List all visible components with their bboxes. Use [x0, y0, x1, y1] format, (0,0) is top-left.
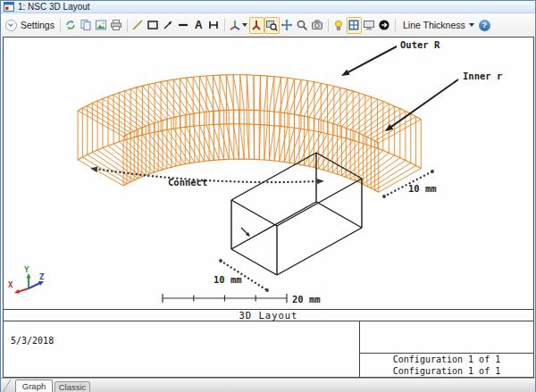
help-button[interactable]: ? [479, 20, 490, 31]
draw-arrow-button[interactable] [161, 17, 176, 34]
toolbar: Settings A Line Thickness ? [1, 13, 535, 37]
save-image-icon [95, 19, 107, 31]
label-inner-r: Inner r [463, 71, 502, 81]
bottom-tab-bar: Graph Classic [1, 378, 535, 392]
screenshot-button[interactable] [310, 17, 325, 34]
nsc-3d-layout-window: 1: NSC 3D Layout Settings A [0, 0, 536, 392]
zoom-window-icon [265, 19, 278, 31]
save-image-button[interactable] [94, 17, 109, 34]
settings-label: Settings [21, 20, 54, 30]
lightbulb-button[interactable] [331, 17, 347, 34]
zoom-window-toggle[interactable] [264, 17, 280, 34]
label-scale-20mm: 20 mm [292, 294, 321, 304]
line-thickness-dropdown[interactable]: Line Thickness [398, 20, 479, 30]
toolbar-separator [328, 19, 329, 32]
settings-button[interactable]: Settings [3, 20, 57, 31]
axis-y-label: Y [24, 265, 29, 274]
text-tool-button[interactable]: A [191, 17, 206, 34]
config-line-2: Configuration 1 of 1 [360, 365, 533, 377]
config-spacer [360, 321, 533, 354]
refresh-button[interactable] [63, 17, 79, 34]
label-10mm-bottom: 10 mm [214, 274, 242, 285]
axis-z-label: Z [39, 272, 45, 281]
window-title-bar[interactable]: 1: NSC 3D Layout [1, 1, 535, 13]
label-outer-r: Outer R [400, 39, 440, 50]
box-wireframe [231, 153, 362, 275]
plot-date: 5/3/2018 [11, 336, 54, 346]
axis-x-label: X [8, 280, 13, 289]
orientation-indicator-toggle[interactable] [249, 17, 264, 34]
plot-footer: 5/3/2018 Configuration 1 of 1 Configurat… [4, 321, 533, 377]
text-tool-icon: A [195, 20, 203, 30]
dimension-tool-button[interactable] [206, 17, 222, 34]
tab-graph[interactable]: Graph [15, 379, 53, 392]
dropdown-arrow-icon [469, 23, 474, 27]
toolbar-separator [224, 19, 225, 32]
line-tool-icon [131, 19, 144, 31]
pan-icon [281, 19, 293, 31]
config-line-1: Configuration 1 of 1 [360, 354, 533, 365]
label-connect: Connect [168, 177, 207, 188]
plot-title-bar: 3D Layout [4, 309, 533, 321]
reset-view-icon [378, 19, 390, 31]
copy-icon [80, 19, 92, 31]
fullscreen-button[interactable] [362, 17, 377, 34]
tab-classic[interactable]: Classic [54, 381, 90, 392]
lightbulb-icon [332, 19, 345, 31]
dash-tool-icon [177, 19, 189, 31]
toolbar-separator [127, 19, 128, 32]
view-axes-dropdown-button[interactable] [228, 17, 249, 34]
zoom-button[interactable] [295, 17, 310, 34]
toolbar-separator [60, 19, 61, 32]
monitor-icon [363, 19, 375, 31]
config-panel: Configuration 1 of 1 Configuration 1 of … [359, 321, 533, 377]
chevron-down-icon [5, 20, 17, 31]
window-title: 1: NSC 3D Layout [18, 2, 90, 13]
torus-wireframe [78, 75, 421, 192]
pan-button[interactable] [280, 17, 295, 34]
rectangle-tool-icon [147, 19, 159, 31]
four-pane-icon [348, 19, 360, 31]
dropdown-arrow-icon [242, 23, 247, 27]
reset-view-button[interactable] [377, 17, 392, 34]
draw-line-button[interactable] [130, 17, 146, 34]
label-10mm-right: 10 mm [408, 183, 437, 194]
split-window-toggle[interactable] [347, 17, 362, 34]
copy-button[interactable] [79, 17, 94, 34]
print-icon [110, 19, 122, 31]
line-thickness-label: Line Thickness [403, 20, 465, 30]
dimension-tool-icon [207, 19, 220, 31]
print-button[interactable] [109, 17, 124, 34]
camera-icon [311, 19, 323, 31]
toolbar-separator [395, 19, 396, 32]
arrow-tool-icon [162, 19, 174, 31]
window-icon [4, 2, 14, 12]
draw-rectangle-button[interactable] [146, 17, 161, 34]
draw-dash-button[interactable] [176, 17, 191, 34]
layout-canvas: Outer RInner rConnect10 mm10 mm20 mmXYZ … [3, 37, 534, 378]
layout-scene[interactable]: Outer RInner rConnect10 mm10 mm20 mmXYZ [4, 38, 533, 309]
magnifier-icon [296, 19, 308, 31]
plot-title: 3D Layout [239, 310, 298, 321]
refresh-icon [64, 19, 77, 31]
axes-3d-icon [229, 19, 241, 31]
orientation-axes-icon [250, 19, 263, 31]
